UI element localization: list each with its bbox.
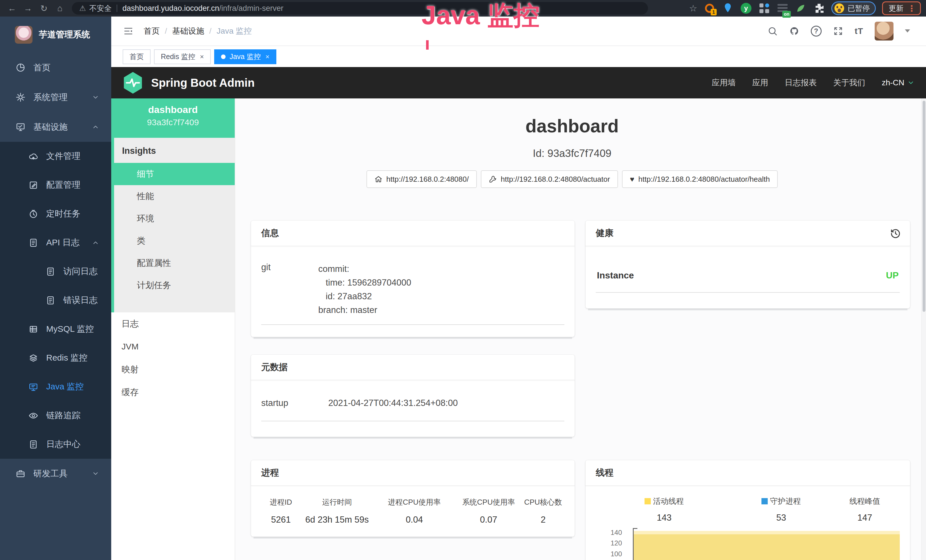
profile-avatar-emoji [834, 3, 844, 13]
sba-item-caches[interactable]: 缓存 [111, 381, 235, 404]
tab-home[interactable]: 首页 [123, 49, 151, 64]
sidebar-item-error-log[interactable]: 错误日志 [0, 286, 111, 315]
chart-area-series [634, 531, 900, 560]
sba-nav-about[interactable]: 关于我们 [833, 77, 865, 88]
font-size-icon[interactable]: tT [855, 26, 863, 36]
instance-links: http://192.168.0.2:48080/ http://192.168… [235, 170, 909, 188]
process-id: 5261 [261, 515, 301, 525]
help-icon[interactable]: ? [811, 26, 822, 36]
sidebar-item-log-center[interactable]: 日志中心 [0, 430, 111, 459]
sba-item-logs[interactable]: 日志 [111, 312, 235, 335]
extensions-puzzle-icon[interactable] [813, 2, 825, 14]
sba-item-environment[interactable]: 环境 [114, 207, 235, 230]
sidebar-item-java-monitor[interactable]: Java 监控 [0, 372, 111, 401]
collapse-sidebar-icon[interactable] [123, 26, 134, 36]
url-path: /infra/admin-server [219, 4, 283, 13]
sba-item-jvm[interactable]: JVM [111, 335, 235, 358]
extension-list-icon[interactable]: on [776, 2, 788, 14]
health-url-button[interactable]: ♥ http://192.168.0.2:48080/actuator/heal… [622, 170, 778, 188]
chevron-down-icon [92, 94, 99, 101]
breadcrumb-home[interactable]: 首页 [144, 26, 160, 36]
browser-extensions: ☆ 1 y on 已暂停 更新 ⋮ [689, 2, 921, 15]
user-avatar[interactable] [875, 22, 893, 41]
instance-name: dashboard [111, 104, 235, 115]
reload-icon[interactable]: ↻ [36, 3, 52, 14]
legend-live-threads: 活动线程 [645, 496, 684, 506]
java-monitor-icon [29, 382, 38, 392]
github-icon[interactable] [789, 26, 799, 36]
legend-daemon-threads: 守护进程 [761, 496, 801, 506]
legend-blue-swatch [761, 498, 768, 504]
tab-close-icon[interactable]: × [200, 53, 204, 61]
log-icon [45, 267, 55, 277]
sidebar-item-tracing[interactable]: 链路追踪 [0, 401, 111, 430]
extension-leaf-icon[interactable] [795, 2, 807, 14]
sba-content: dashboard Id: 93a3fc7f7409 http://192.16… [235, 98, 926, 560]
tab-java-monitor[interactable]: Java 监控 × [214, 49, 276, 64]
sidebar-item-file-manage[interactable]: 文件管理 [0, 142, 111, 171]
service-url-button[interactable]: http://192.168.0.2:48080/ [366, 170, 477, 188]
sba-language-select[interactable]: zh-CN [882, 78, 915, 87]
fullscreen-icon[interactable] [833, 26, 843, 36]
sba-item-classes[interactable]: 类 [114, 230, 235, 252]
sba-item-details[interactable]: 细节 [111, 163, 235, 185]
back-icon[interactable]: ← [4, 3, 20, 13]
sba-nav-wallboard[interactable]: 应用墙 [712, 77, 736, 88]
sidebar-item-infra[interactable]: 基础设施 [0, 112, 111, 142]
chevron-up-icon [92, 239, 99, 247]
chevron-down-icon [92, 470, 99, 477]
sidebar-item-api-log[interactable]: API 日志 [0, 228, 111, 257]
edit-icon [29, 180, 38, 190]
card-title: 信息 [251, 221, 575, 246]
layers-icon [29, 353, 38, 363]
group-label: Insights [114, 138, 235, 163]
page-title: dashboard [235, 115, 909, 137]
sidebar-logo[interactable]: 芋道管理系统 [0, 17, 111, 53]
extension-green-icon[interactable]: y [740, 2, 752, 14]
sidebar-item-mysql-monitor[interactable]: MySQL 监控 [0, 315, 111, 344]
sidebar-item-access-log[interactable]: 访问日志 [0, 257, 111, 286]
avatar-caret-icon[interactable] [905, 29, 910, 33]
threads-legend: 活动线程 守护进程 [586, 486, 910, 506]
sidebar-item-redis-monitor[interactable]: Redis 监控 [0, 344, 111, 372]
forward-icon[interactable]: → [20, 3, 36, 13]
scrollbar-track[interactable] [921, 98, 926, 560]
divider [261, 324, 564, 325]
sba-nav-journal[interactable]: 日志报表 [785, 77, 817, 88]
address-bar[interactable]: ⚠ 不安全 dashboard.yudao.iocoder.cn/infra/a… [72, 2, 648, 15]
extension-grid-icon[interactable] [758, 2, 770, 14]
process-cpu: 0.04 [373, 515, 455, 525]
sba-instance-header[interactable]: dashboard 93a3fc7f7409 [111, 98, 235, 138]
sba-item-metrics[interactable]: 性能 [114, 185, 235, 207]
extension-pin-icon[interactable] [722, 2, 734, 14]
cloud-upload-icon [29, 151, 38, 161]
tab-redis-monitor[interactable]: Redis 监控 × [154, 49, 211, 64]
scrollbar-thumb[interactable] [923, 101, 925, 312]
sba-logo-icon [122, 71, 144, 94]
browser-profile-button[interactable]: 已暂停 [831, 2, 876, 15]
sba-item-scheduled-tasks[interactable]: 计划任务 [114, 274, 235, 297]
live-threads-value: 143 [657, 513, 672, 523]
security-label: 不安全 [89, 3, 112, 14]
sidebar-item-system[interactable]: 系统管理 [0, 82, 111, 112]
metadata-key: startup [261, 398, 328, 408]
sidebar-item-scheduled-tasks[interactable]: 定时任务 [0, 200, 111, 228]
browser-menu-icon[interactable]: ⋮ [908, 3, 916, 14]
sidebar-item-config-manage[interactable]: 配置管理 [0, 171, 111, 200]
search-icon[interactable] [767, 26, 778, 36]
extension-orange-icon[interactable]: 1 [704, 2, 716, 14]
browser-home-icon[interactable]: ⌂ [52, 3, 68, 13]
breadcrumb-infra[interactable]: 基础设施 [172, 26, 204, 36]
sidebar-item-home[interactable]: 首页 [0, 53, 111, 82]
sidebar-item-dev-tools[interactable]: 研发工具 [0, 459, 111, 488]
sba-nav-applications[interactable]: 应用 [752, 77, 768, 88]
tab-close-icon[interactable]: × [265, 53, 269, 61]
wrench-icon [489, 175, 497, 183]
actuator-url-button[interactable]: http://192.168.0.2:48080/actuator [481, 170, 618, 188]
log-icon [29, 440, 38, 449]
browser-update-button[interactable]: 更新 ⋮ [882, 2, 921, 15]
history-icon[interactable] [890, 227, 902, 239]
sba-item-mappings[interactable]: 映射 [111, 358, 235, 381]
sba-item-config-props[interactable]: 配置属性 [114, 252, 235, 274]
bookmark-star-icon[interactable]: ☆ [689, 3, 697, 14]
